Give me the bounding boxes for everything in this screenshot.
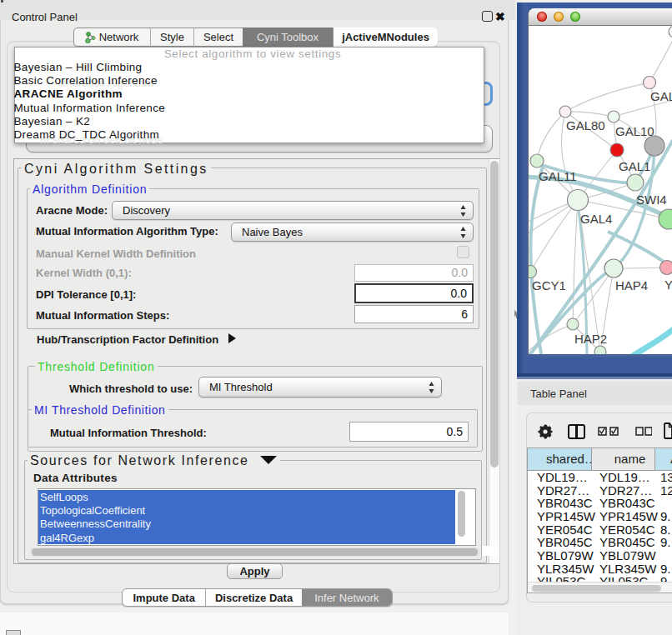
svg-text:HAP4: HAP4 <box>615 278 648 292</box>
svg-text:GAL4: GAL4 <box>580 212 612 226</box>
svg-text:GAL1: GAL1 <box>619 159 650 173</box>
svg-text:HAP2: HAP2 <box>574 332 607 346</box>
svg-text:Y: Y <box>664 278 672 292</box>
svg-text:GAL80: GAL80 <box>566 118 605 132</box>
svg-text:GAL8: GAL8 <box>650 89 672 103</box>
svg-text:GAL11: GAL11 <box>539 169 577 183</box>
svg-text:GAL10: GAL10 <box>615 124 654 138</box>
svg-text:SWI4: SWI4 <box>636 192 667 207</box>
svg-text:GCY1: GCY1 <box>532 278 566 292</box>
